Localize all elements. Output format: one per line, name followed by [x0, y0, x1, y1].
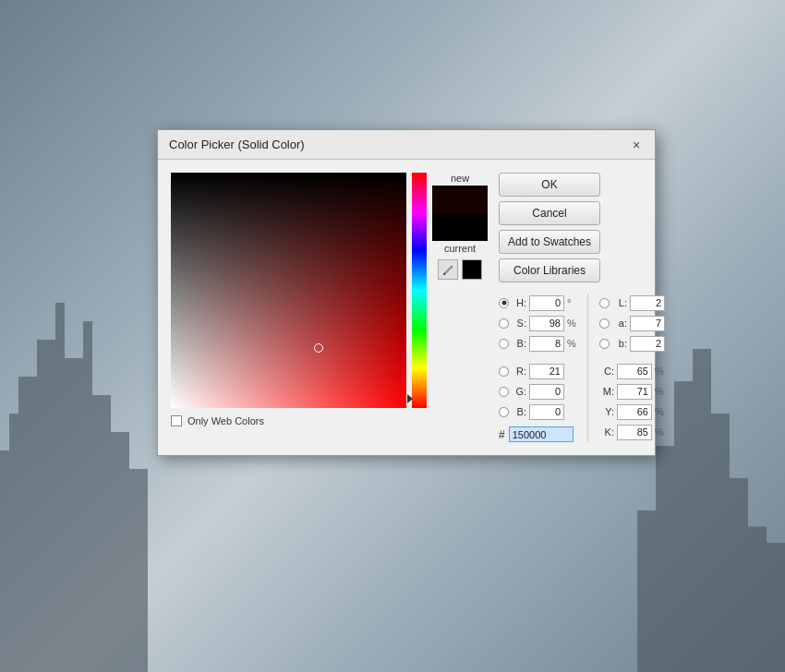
label-S: S:	[512, 318, 526, 329]
eyedropper-row	[438, 259, 482, 280]
radio-S[interactable]	[499, 318, 509, 329]
input-Y[interactable]	[617, 404, 652, 420]
fields-section: H: ° S: % B:	[499, 294, 665, 442]
hsb-rgb-fields: H: ° S: % B:	[499, 294, 576, 442]
dialog-body: new current	[158, 160, 655, 455]
cmyk-row-K: K: %	[599, 423, 665, 441]
unit-S: %	[567, 318, 576, 329]
input-L[interactable]	[630, 295, 665, 311]
dialog-title: Color Picker (Solid Color)	[169, 138, 305, 151]
hue-arrow-indicator	[407, 394, 413, 403]
cancel-button[interactable]: Cancel	[499, 201, 600, 225]
radio-G[interactable]	[499, 387, 509, 397]
label-Y: Y:	[599, 406, 614, 417]
unit-B-hsb: %	[567, 338, 576, 349]
label-G: G:	[512, 386, 526, 397]
input-C[interactable]	[617, 364, 652, 379]
unit-K: %	[655, 426, 664, 438]
input-G[interactable]	[529, 384, 564, 400]
fields-divider	[587, 294, 588, 442]
hue-slider[interactable]	[412, 173, 427, 408]
picker-and-hue-area: new current	[171, 173, 488, 408]
cmyk-row-Y: Y: %	[599, 402, 665, 421]
label-R: R:	[512, 366, 526, 377]
hex-row: #	[499, 426, 576, 442]
input-M[interactable]	[617, 384, 652, 400]
current-label: current	[444, 243, 476, 254]
web-colors-label: Only Web Colors	[187, 415, 264, 426]
close-button[interactable]: ×	[629, 138, 644, 152]
field-row-B-rgb: B:	[499, 402, 576, 421]
new-color-swatch[interactable]	[432, 186, 488, 213]
field-row-B: B: %	[499, 334, 576, 353]
color-preview-section: new current	[432, 173, 488, 280]
field-row-a: a:	[599, 314, 665, 332]
label-B-hsb: B:	[512, 338, 526, 349]
svg-point-0	[444, 273, 446, 275]
input-H[interactable]	[529, 295, 564, 311]
label-B-rgb: B:	[512, 406, 526, 417]
input-S[interactable]	[529, 316, 564, 331]
hex-input[interactable]	[509, 426, 574, 442]
unit-H: °	[567, 297, 576, 308]
input-R[interactable]	[529, 364, 564, 379]
unit-Y: %	[655, 406, 664, 417]
right-panel: OK Cancel Add to Swatches Color Librarie…	[499, 173, 665, 442]
color-swatch-small[interactable]	[462, 259, 482, 280]
label-K: K:	[599, 426, 614, 438]
cmyk-row-M: M: %	[599, 382, 665, 401]
field-row-G: G:	[499, 382, 576, 401]
radio-b-lab[interactable]	[599, 339, 610, 349]
radio-B-rgb[interactable]	[499, 407, 509, 417]
dialog-titlebar: Color Picker (Solid Color) ×	[158, 130, 655, 160]
color-libraries-button[interactable]: Color Libraries	[499, 258, 600, 282]
field-row-S: S: %	[499, 314, 576, 332]
field-row-b-lab: b:	[599, 334, 665, 353]
unit-C: %	[655, 366, 664, 377]
label-C: C:	[599, 366, 614, 377]
radio-a[interactable]	[599, 318, 610, 329]
input-B-rgb[interactable]	[529, 404, 564, 420]
input-b-lab[interactable]	[630, 336, 665, 352]
label-L: L:	[612, 297, 627, 308]
label-M: M:	[599, 386, 614, 397]
radio-B[interactable]	[499, 339, 509, 349]
field-row-H: H: °	[499, 294, 576, 312]
eyedropper-icon	[442, 264, 453, 275]
web-colors-checkbox[interactable]	[171, 415, 182, 426]
hex-symbol: #	[499, 428, 505, 441]
color-picker-dialog: Color Picker (Solid Color) ×	[157, 129, 656, 456]
label-b-lab: b:	[612, 338, 627, 349]
radio-L[interactable]	[599, 298, 610, 308]
ok-button[interactable]: OK	[499, 173, 600, 197]
web-colors-row: Only Web Colors	[171, 415, 488, 426]
new-label: new	[451, 173, 469, 184]
eyedropper-button[interactable]	[438, 259, 458, 280]
cmyk-row-C: C: %	[599, 362, 665, 380]
label-H: H:	[512, 297, 526, 308]
gradient-background	[171, 173, 406, 408]
color-preview-box	[432, 186, 488, 241]
input-K[interactable]	[617, 425, 652, 440]
label-a: a:	[612, 318, 627, 329]
radio-H[interactable]	[499, 298, 509, 308]
lab-cmyk-fields: L: a: b:	[599, 294, 665, 442]
unit-M: %	[655, 386, 664, 397]
radio-R[interactable]	[499, 366, 509, 377]
dialog-buttons: OK Cancel Add to Swatches Color Librarie…	[499, 173, 665, 282]
input-a[interactable]	[630, 316, 665, 331]
input-B-hsb[interactable]	[529, 336, 564, 352]
add-to-swatches-button[interactable]: Add to Swatches	[499, 230, 600, 254]
field-row-L: L:	[599, 294, 665, 312]
hue-slider-container	[412, 173, 427, 408]
current-color-swatch[interactable]	[432, 213, 488, 241]
field-row-R: R:	[499, 362, 576, 380]
color-gradient-field[interactable]	[171, 173, 406, 408]
